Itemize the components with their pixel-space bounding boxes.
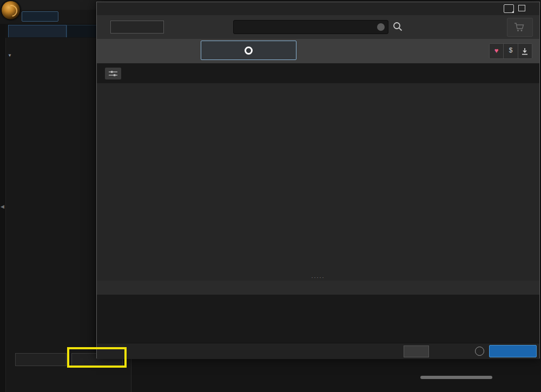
cart-button[interactable] <box>507 18 533 37</box>
purchase-dollar-button[interactable]: $ <box>504 44 518 58</box>
collapse-arrow-icon: ◀ <box>1 204 4 209</box>
search-field <box>233 20 388 34</box>
shutterstock-logo <box>245 44 253 56</box>
help-icon[interactable] <box>504 4 514 13</box>
search-clear-icon[interactable] <box>377 23 385 31</box>
dialog-titlebar[interactable] <box>97 2 539 16</box>
sort-options-button[interactable] <box>105 68 121 79</box>
cart-icon <box>513 22 525 32</box>
selected-photos-header <box>97 281 539 295</box>
splitter-grip-icon: ····· <box>312 275 325 280</box>
provider-shutterstock[interactable] <box>201 41 296 60</box>
collapse-triangle-icon: ▼ <box>8 53 12 58</box>
shutter-aperture-icon <box>245 46 253 55</box>
search-icon[interactable] <box>392 21 403 34</box>
selected-photos-area <box>97 295 539 343</box>
download-arrow-icon <box>521 48 529 55</box>
app-logo <box>1 1 21 20</box>
downloads-button[interactable] <box>518 44 532 58</box>
dialog-toolbar <box>97 15 539 39</box>
search-input[interactable] <box>238 22 370 32</box>
download-button[interactable] <box>489 345 537 357</box>
maximize-icon[interactable] <box>518 5 525 11</box>
highlight-annotation-box <box>67 347 127 368</box>
provider-row: ♥ $ <box>97 39 539 63</box>
deselect-all-button[interactable] <box>110 21 164 34</box>
dialog-footer <box>97 343 539 359</box>
stock-photo-browser-dialog: ♥ $ ····· <box>96 2 540 358</box>
page-number-input[interactable] <box>404 346 429 357</box>
info-icon[interactable] <box>475 347 484 356</box>
favorites-heart-button[interactable]: ♥ <box>490 44 504 58</box>
panel-collapse-handle[interactable]: ◀ <box>0 201 5 214</box>
filmstrip-scrollbar[interactable] <box>420 376 492 379</box>
screen: ▼ ◀ <box>0 0 541 392</box>
filter-row <box>97 63 539 83</box>
tab-project[interactable] <box>8 25 67 37</box>
sliders-icon <box>108 70 118 77</box>
provider-actions: ♥ $ <box>489 43 532 59</box>
tab-library[interactable] <box>22 11 58 22</box>
provider-istock[interactable] <box>358 41 423 61</box>
import-button[interactable] <box>15 353 67 366</box>
panel-splitter[interactable]: ····· <box>97 276 539 281</box>
